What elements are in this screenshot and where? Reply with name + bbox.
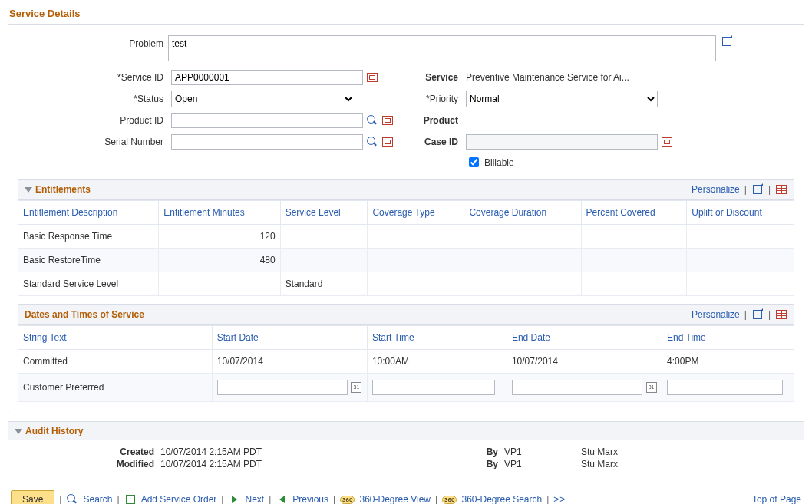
- start-date-input[interactable]: [217, 380, 348, 395]
- col-header[interactable]: Entitlement Minutes: [159, 201, 280, 225]
- cell: Standard Service Level: [18, 272, 159, 296]
- audit-history-section: Audit History Created 10/07/2014 2:15AM …: [8, 421, 804, 479]
- modified-label: Modified: [16, 459, 160, 469]
- related-record-icon[interactable]: [366, 71, 378, 84]
- status-select[interactable]: Open: [171, 91, 355, 107]
- serial-number-input[interactable]: [171, 134, 363, 150]
- table-row: Basic Response Time 120: [18, 225, 794, 249]
- cell: [581, 249, 687, 272]
- previous-icon: [276, 493, 288, 504]
- col-header[interactable]: Service Level: [280, 201, 368, 225]
- col-header[interactable]: Start Date: [212, 326, 367, 350]
- service-label: Service: [406, 69, 463, 86]
- zoom-icon[interactable]: [721, 35, 733, 48]
- cell: [280, 225, 368, 249]
- add-service-order-link[interactable]: Add Service Order: [141, 494, 217, 504]
- created-label: Created: [16, 446, 160, 457]
- dates-header: Dates and Times of Service Personalize |…: [18, 304, 794, 325]
- col-header[interactable]: Uplift or Discount: [687, 201, 794, 225]
- service-details-panel: Problem test *Service ID *Status Open Pr…: [8, 24, 804, 413]
- download-grid-icon[interactable]: [775, 308, 787, 321]
- by-user: VP1: [504, 459, 581, 469]
- lookup-icon[interactable]: [366, 136, 378, 148]
- table-row: Standard Service Level Standard: [18, 272, 794, 296]
- col-header[interactable]: Entitlement Description: [18, 201, 159, 225]
- cell: Committed: [18, 350, 213, 374]
- billable-checkbox[interactable]: [469, 157, 479, 167]
- dates-title: Dates and Times of Service: [25, 309, 144, 320]
- col-header[interactable]: End Date: [507, 326, 662, 350]
- cell: Basic RestoreTime: [18, 249, 159, 272]
- col-header[interactable]: End Time: [662, 326, 794, 350]
- cell: [464, 225, 581, 249]
- cell: [367, 374, 507, 402]
- case-id-input[interactable]: [466, 134, 658, 150]
- col-header[interactable]: String Text: [18, 326, 213, 350]
- problem-textarea[interactable]: test: [168, 35, 716, 61]
- table-row: Customer Preferred: [18, 374, 794, 402]
- cell: [280, 249, 368, 272]
- 360-search-link[interactable]: 360-Degree Search: [461, 494, 542, 504]
- lookup-icon[interactable]: [366, 114, 378, 127]
- by-label: By: [345, 446, 504, 457]
- cell: [368, 272, 464, 296]
- next-link[interactable]: Next: [245, 494, 264, 504]
- more-link[interactable]: >>: [553, 494, 566, 504]
- related-record-icon[interactable]: [381, 136, 394, 148]
- cell: [368, 225, 464, 249]
- audit-title: Audit History: [25, 426, 83, 436]
- end-time-input[interactable]: [667, 380, 783, 395]
- cell: [464, 272, 581, 296]
- table-row: Committed 10/07/2014 10:00AM 10/07/2014 …: [18, 350, 794, 374]
- entitlements-section: Entitlements Personalize | | Entitlement…: [18, 179, 794, 296]
- search-link[interactable]: Search: [83, 494, 112, 504]
- col-header[interactable]: Percent Covered: [581, 201, 687, 225]
- service-value: Preventive Maintenance Service for Ai...: [466, 69, 629, 86]
- 360-view-link[interactable]: 360-Degree View: [359, 494, 431, 504]
- zoom-icon[interactable]: [751, 308, 764, 321]
- table-header-row: String Text Start Date Start Time End Da…: [18, 326, 794, 350]
- search-icon: [66, 493, 78, 504]
- top-of-page-link[interactable]: Top of Page: [752, 494, 801, 504]
- related-record-icon[interactable]: [661, 136, 673, 148]
- col-header[interactable]: Start Time: [367, 326, 507, 350]
- entitlements-header: Entitlements Personalize | |: [18, 179, 794, 200]
- previous-link[interactable]: Previous: [292, 494, 328, 504]
- personalize-link[interactable]: Personalize: [692, 184, 740, 195]
- status-label: *Status: [18, 91, 168, 107]
- entitlements-table: Entitlement Description Entitlement Minu…: [18, 200, 794, 296]
- collapse-icon[interactable]: [15, 429, 22, 434]
- col-header[interactable]: Coverage Type: [368, 201, 464, 225]
- zoom-icon[interactable]: [751, 183, 764, 196]
- product-id-input[interactable]: [171, 113, 363, 128]
- save-button[interactable]: Save: [11, 490, 54, 504]
- by-name: Stu Marx: [581, 459, 796, 469]
- dates-section: Dates and Times of Service Personalize |…: [18, 304, 794, 402]
- start-time-input[interactable]: [372, 380, 496, 395]
- cell: [687, 225, 794, 249]
- cell: 10:00AM: [367, 350, 507, 374]
- cell: Customer Preferred: [18, 374, 213, 402]
- calendar-icon[interactable]: [645, 381, 657, 394]
- cell: 480: [159, 249, 280, 272]
- end-date-input[interactable]: [512, 380, 642, 395]
- download-grid-icon[interactable]: [775, 183, 787, 196]
- by-name: Stu Marx: [581, 446, 796, 457]
- cell: [662, 374, 794, 402]
- table-row: Basic RestoreTime 480: [18, 249, 794, 272]
- product-label: Product: [406, 112, 463, 129]
- cell: [581, 225, 687, 249]
- next-icon: [228, 493, 240, 504]
- priority-select[interactable]: Normal: [466, 91, 658, 107]
- modified-value: 10/07/2014 2:15AM PDT: [160, 459, 345, 469]
- service-id-input[interactable]: [171, 70, 363, 85]
- personalize-link[interactable]: Personalize: [692, 309, 740, 320]
- section-title: Service Details: [9, 8, 803, 19]
- related-record-icon[interactable]: [381, 114, 394, 127]
- col-header[interactable]: Coverage Duration: [464, 201, 581, 225]
- calendar-icon[interactable]: [351, 381, 362, 394]
- cell: Standard: [280, 272, 368, 296]
- cell: 4:00PM: [662, 350, 794, 374]
- service-details-page: Service Details Problem test *Service ID…: [0, 0, 812, 504]
- collapse-icon[interactable]: [25, 187, 32, 193]
